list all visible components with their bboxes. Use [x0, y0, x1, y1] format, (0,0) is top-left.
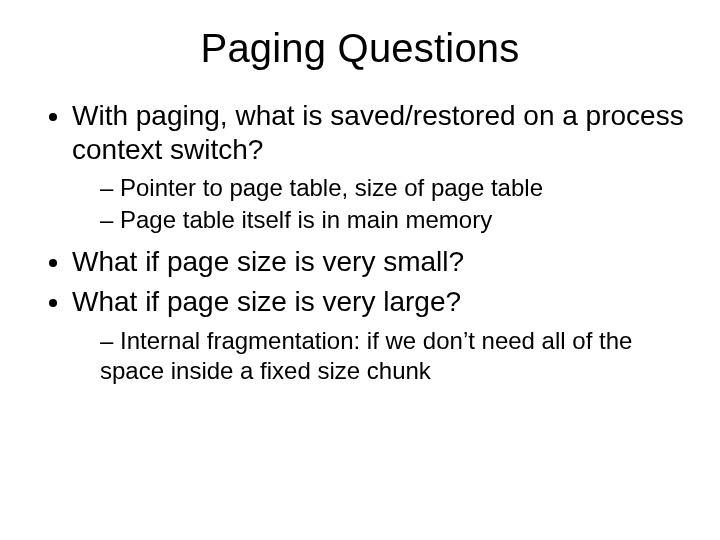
bullet-list: With paging, what is saved/restored on a…	[30, 99, 690, 386]
sub-bullet-text: Page table itself is in main memory	[120, 206, 492, 233]
bullet-text: What if page size is very large?	[72, 286, 461, 317]
sub-bullet-item: Internal fragmentation: if we don’t need…	[100, 326, 690, 386]
sub-bullet-text: Pointer to page table, size of page tabl…	[120, 174, 543, 201]
bullet-text: With paging, what is saved/restored on a…	[72, 100, 684, 165]
sub-bullet-text: Internal fragmentation: if we don’t need…	[100, 327, 632, 384]
bullet-item: What if page size is very large? Interna…	[72, 285, 690, 385]
sub-bullet-item: Pointer to page table, size of page tabl…	[100, 173, 690, 203]
sub-bullet-list: Pointer to page table, size of page tabl…	[72, 173, 690, 235]
slide-title: Paging Questions	[30, 26, 690, 71]
slide: Paging Questions With paging, what is sa…	[0, 0, 720, 540]
bullet-text: What if page size is very small?	[72, 246, 464, 277]
bullet-item: With paging, what is saved/restored on a…	[72, 99, 690, 235]
bullet-item: What if page size is very small?	[72, 245, 690, 279]
sub-bullet-list: Internal fragmentation: if we don’t need…	[72, 326, 690, 386]
sub-bullet-item: Page table itself is in main memory	[100, 205, 690, 235]
